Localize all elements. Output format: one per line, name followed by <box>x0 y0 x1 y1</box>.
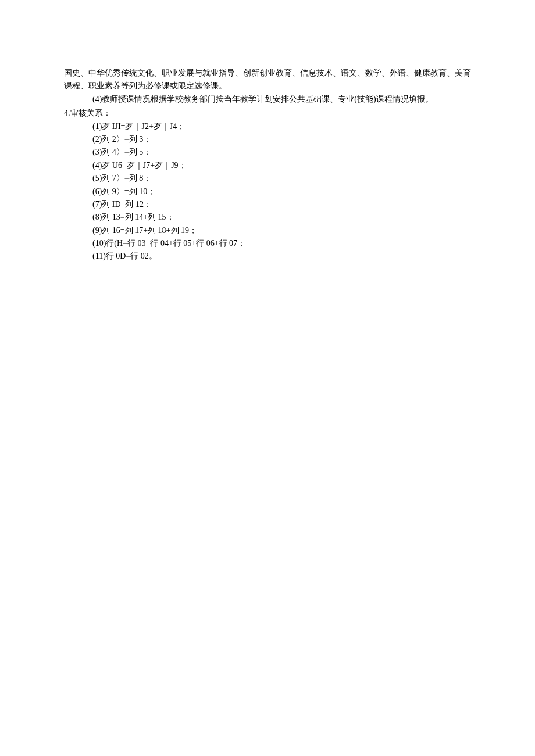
paragraph-2: (4)教师授课情况根据学校教务部门按当年教学计划安排公共基础课、专业(技能)课程… <box>64 93 471 106</box>
list-item: (11)行 0D=行 02。 <box>64 250 471 263</box>
list-item: (4)歹 U6=歹｜J7+歹｜J9； <box>64 159 471 172</box>
list-item: (7)列 ID=列 12： <box>64 198 471 211</box>
list-item: (1)歹 IJI=歹｜J2+歹｜J4； <box>64 120 471 133</box>
list-item: (8)列 13=列 14+列 15； <box>64 211 471 224</box>
list-item: (3)列 4〉=列 5： <box>64 146 471 159</box>
list-item: (9)列 16=列 17+列 18+列 19； <box>64 224 471 237</box>
list-item: (10)行(H=行 03+行 04+行 05+行 06+行 07； <box>64 237 471 250</box>
list-item: (2)列 2〉=列 3； <box>64 133 471 146</box>
list-item: (6)列 9〉=列 10； <box>64 185 471 198</box>
list-item: (5)列 7〉=列 8； <box>64 172 471 185</box>
section-heading: 4.审核关系： <box>64 107 471 120</box>
paragraph-1: 国史、中华优秀传统文化、职业发展与就业指导、创新创业教育、信息技术、语文、数学、… <box>64 67 471 93</box>
